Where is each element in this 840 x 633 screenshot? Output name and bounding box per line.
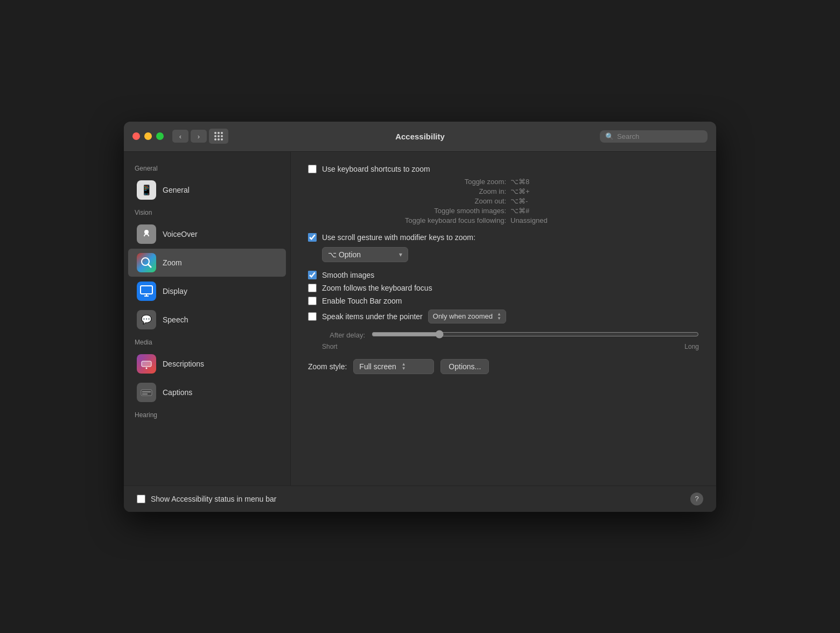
svg-point-0	[144, 230, 149, 234]
svg-rect-3	[141, 286, 152, 294]
nav-buttons: ‹ ›	[172, 130, 207, 143]
slider-label-long: Long	[684, 343, 699, 350]
grid-icon	[214, 132, 223, 140]
speak-items-dropdown[interactable]: Only when zoomed ▲ ▼	[428, 310, 506, 323]
maximize-button[interactable]	[156, 132, 164, 140]
search-box[interactable]: 🔍	[600, 130, 708, 143]
after-delay-slider[interactable]	[372, 330, 699, 339]
close-button[interactable]	[132, 132, 140, 140]
keyboard-shortcuts-row: Use keyboard shortcuts to zoom	[308, 165, 699, 173]
dropdown-arrow-icon: ▾	[399, 251, 402, 258]
general-icon: 📱	[137, 180, 156, 200]
shortcut-focus-key: Toggle keyboard focus following:	[322, 216, 510, 224]
grid-view-button[interactable]	[209, 129, 228, 144]
zoom-style-value: Full screen	[359, 362, 396, 371]
scroll-gesture-checkbox[interactable]	[308, 233, 317, 242]
shortcut-zoom-out-key: Zoom out:	[322, 197, 510, 205]
keyboard-focus-checkbox[interactable]	[308, 284, 317, 292]
svg-line-2	[148, 264, 151, 268]
main-panel: Use keyboard shortcuts to zoom Toggle zo…	[291, 152, 716, 486]
voiceover-icon	[137, 224, 156, 244]
sidebar-label-zoom: Zoom	[163, 258, 182, 267]
slider-label-short: Short	[322, 343, 338, 350]
sidebar-item-zoom[interactable]: Zoom	[128, 249, 286, 277]
zoom-icon	[137, 253, 156, 272]
keyboard-focus-label[interactable]: Zoom follows the keyboard focus	[322, 284, 432, 292]
titlebar: ‹ › Accessibility 🔍	[124, 122, 716, 152]
section-label-vision: Vision	[124, 205, 290, 220]
search-input[interactable]	[617, 132, 702, 140]
back-button[interactable]: ‹	[172, 130, 188, 143]
sidebar-label-descriptions: Descriptions	[163, 360, 204, 368]
slider-labels: Short Long	[322, 343, 699, 350]
speak-items-checkbox[interactable]	[308, 312, 317, 321]
stepper-down-icon[interactable]: ▼	[497, 316, 501, 321]
sidebar-label-general: General	[163, 186, 190, 194]
after-delay-slider-container	[372, 330, 699, 341]
search-icon: 🔍	[605, 132, 614, 140]
keyboard-shortcuts-checkbox[interactable]	[308, 165, 317, 173]
svg-point-1	[142, 258, 149, 265]
speak-items-stepper[interactable]: ▲ ▼	[497, 312, 501, 321]
after-delay-label: After delay:	[322, 331, 365, 339]
sidebar-item-descriptions[interactable]: Descriptions	[128, 350, 286, 378]
touch-bar-label[interactable]: Enable Touch Bar zoom	[322, 297, 402, 305]
keyboard-shortcuts-label[interactable]: Use keyboard shortcuts to zoom	[322, 165, 430, 173]
shortcut-smooth-key: Toggle smooth images:	[322, 207, 510, 215]
modifier-key-dropdown[interactable]: ⌥ Option ▾	[322, 247, 408, 262]
footer-checkbox-row: Show Accessibility status in menu bar	[137, 495, 276, 503]
captions-icon	[137, 383, 156, 402]
sidebar-label-captions: Captions	[163, 388, 192, 397]
descriptions-icon	[137, 354, 156, 374]
help-button[interactable]: ?	[690, 493, 703, 505]
shortcut-zoom-in-val: ⌥⌘+	[510, 187, 699, 195]
footer: Show Accessibility status in menu bar ?	[124, 486, 716, 512]
shortcut-smooth-val: ⌥⌘#	[510, 207, 699, 215]
sidebar-item-voiceover[interactable]: VoiceOver	[128, 220, 286, 248]
shortcut-toggle-zoom-val: ⌥⌘8	[510, 178, 699, 186]
section-label-hearing: Hearing	[124, 407, 290, 422]
zoom-style-dropdown[interactable]: Full screen ▲ ▼	[353, 359, 434, 374]
sidebar-label-speech: Speech	[163, 315, 188, 324]
options-button[interactable]: Options...	[440, 359, 489, 374]
zoom-style-down-icon[interactable]: ▼	[402, 367, 406, 371]
main-window: ‹ › Accessibility 🔍 General 📱 General Vi…	[124, 122, 716, 512]
shortcut-zoom-out-val: ⌥⌘-	[510, 197, 699, 205]
touch-bar-checkbox[interactable]	[308, 297, 317, 305]
modifier-key-dropdown-row: ⌥ Option ▾	[322, 247, 699, 262]
sidebar-item-speech[interactable]: 💬 Speech	[128, 306, 286, 334]
sidebar-item-captions[interactable]: Captions	[128, 378, 286, 406]
display-icon	[137, 282, 156, 301]
keyboard-focus-row: Zoom follows the keyboard focus	[308, 284, 699, 292]
menu-bar-label[interactable]: Show Accessibility status in menu bar	[151, 495, 276, 503]
scroll-gesture-row: Use scroll gesture with modifier keys to…	[308, 233, 699, 242]
content-area: General 📱 General Vision VoiceOver	[124, 152, 716, 486]
section-label-media: Media	[124, 334, 290, 349]
menu-bar-checkbox[interactable]	[137, 495, 145, 503]
zoom-style-stepper[interactable]: ▲ ▼	[402, 362, 406, 371]
sidebar-item-display[interactable]: Display	[128, 277, 286, 305]
speak-items-label[interactable]: Speak items under the pointer	[322, 312, 423, 321]
sidebar-item-general[interactable]: 📱 General	[128, 176, 286, 204]
svg-rect-7	[142, 361, 151, 367]
window-title: Accessibility	[395, 132, 445, 141]
speak-items-value: Only when zoomed	[433, 312, 493, 320]
svg-rect-10	[141, 390, 152, 396]
sidebar-label-display: Display	[163, 287, 187, 296]
scroll-gesture-label[interactable]: Use scroll gesture with modifier keys to…	[322, 233, 475, 242]
shortcut-zoom-in-key: Zoom in:	[322, 187, 510, 195]
forward-button[interactable]: ›	[191, 130, 207, 143]
minimize-button[interactable]	[144, 132, 152, 140]
speech-icon: 💬	[137, 310, 156, 329]
traffic-lights	[132, 132, 164, 140]
svg-point-8	[146, 367, 148, 369]
smooth-images-row: Smooth images	[308, 271, 699, 279]
smooth-images-label[interactable]: Smooth images	[322, 271, 374, 279]
speak-items-row: Speak items under the pointer Only when …	[308, 310, 699, 323]
shortcut-focus-val: Unassigned	[510, 216, 699, 224]
smooth-images-checkbox[interactable]	[308, 271, 317, 279]
section-label-general: General	[124, 160, 290, 175]
after-delay-row: After delay:	[322, 330, 699, 341]
sidebar-label-voiceover: VoiceOver	[163, 230, 198, 238]
zoom-style-row: Zoom style: Full screen ▲ ▼ Options...	[308, 359, 699, 374]
